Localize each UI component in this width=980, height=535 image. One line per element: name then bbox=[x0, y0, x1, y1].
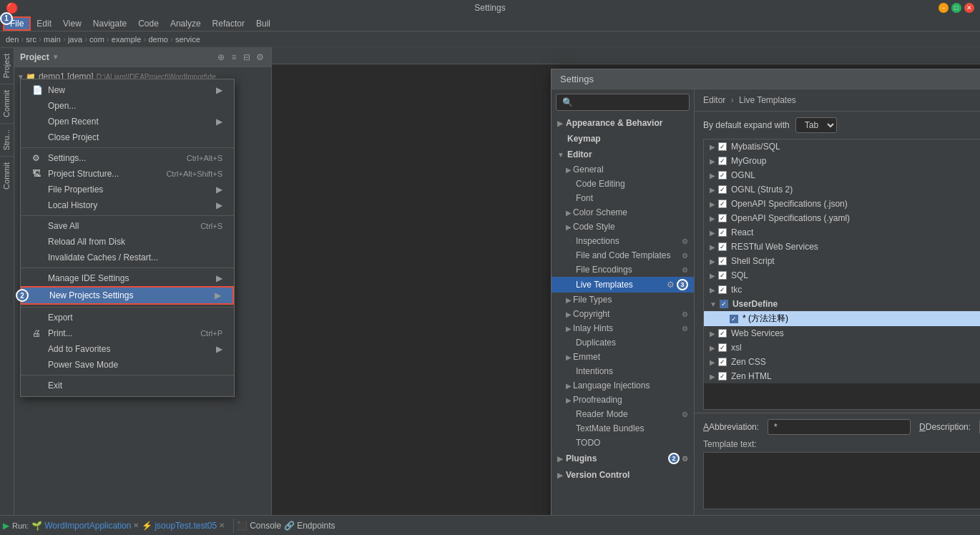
menu-item-exit[interactable]: Exit bbox=[21, 378, 234, 393]
menu-code[interactable]: Code bbox=[132, 17, 165, 30]
nav-plugins-header[interactable]: ▶ Plugins 2 ⚙ bbox=[552, 450, 694, 467]
zen-css-checkbox[interactable] bbox=[718, 358, 727, 366]
menu-refactor[interactable]: Refactor bbox=[207, 17, 250, 30]
nav-reader-mode[interactable]: Reader Mode ⚙ bbox=[552, 407, 694, 421]
vtab-commit2[interactable]: Commit bbox=[0, 156, 14, 195]
menu-item-invalidate[interactable]: Invalidate Caches / Restart... bbox=[21, 250, 234, 265]
menu-item-manage-ide[interactable]: Manage IDE Settings ▶ bbox=[21, 270, 234, 286]
menu-analyze[interactable]: Analyze bbox=[165, 17, 207, 30]
tg-ognl[interactable]: ▶ OGNL bbox=[704, 168, 980, 182]
abbreviation-input[interactable] bbox=[768, 419, 911, 435]
console-tab[interactable]: ⬛ Console bbox=[237, 521, 281, 531]
menu-item-project-structure[interactable]: 🏗 Project Structure... Ctrl+Alt+Shift+S bbox=[21, 166, 234, 182]
menu-item-save-all[interactable]: Save All Ctrl+S bbox=[21, 218, 234, 234]
nav-textmate[interactable]: TextMate Bundles bbox=[552, 421, 694, 436]
panel-filter-btn[interactable]: ⊟ bbox=[241, 51, 253, 63]
tg-tkc[interactable]: ▶ tkc bbox=[704, 283, 980, 297]
expand-with-select[interactable]: Tab bbox=[795, 117, 837, 133]
menu-edit[interactable]: Edit bbox=[31, 17, 57, 30]
menu-view[interactable]: View bbox=[57, 17, 87, 30]
tg-openapi-json[interactable]: ▶ OpenAPI Specifications (.json) bbox=[704, 197, 980, 211]
shell-checkbox[interactable] bbox=[718, 257, 727, 265]
minimize-button[interactable]: − bbox=[939, 3, 949, 13]
panel-settings-btn[interactable]: ⚙ bbox=[254, 51, 265, 63]
tg-xsl[interactable]: ▶ xsl bbox=[704, 340, 980, 355]
panel-dropdown-icon[interactable]: ▼ bbox=[52, 53, 59, 61]
menu-item-new-projects[interactable]: New Projects Settings ▶ 2 bbox=[21, 286, 234, 305]
menu-item-reload[interactable]: Reload All from Disk bbox=[21, 234, 234, 250]
close-window-button[interactable]: ✕ bbox=[964, 3, 974, 13]
mybatis-checkbox[interactable] bbox=[718, 142, 727, 151]
vtab-project[interactable]: Project bbox=[0, 47, 14, 84]
nav-emmet[interactable]: ▶ Emmet bbox=[552, 350, 694, 364]
nav-font[interactable]: Font bbox=[552, 191, 694, 205]
nav-live-templates[interactable]: Live Templates ⚙ 3 bbox=[552, 277, 694, 293]
endpoints-tab[interactable]: 🔗 Endpoints bbox=[284, 521, 335, 531]
run-app-close-icon[interactable]: ✕ bbox=[133, 521, 139, 529]
nav-code-editing[interactable]: Code Editing bbox=[552, 177, 694, 191]
nav-file-code-templates[interactable]: File and Code Templates ⚙ bbox=[552, 248, 694, 262]
ognl-struts-checkbox[interactable] bbox=[718, 185, 727, 194]
tg-ognl-struts[interactable]: ▶ OGNL (Struts 2) bbox=[704, 182, 980, 197]
tg-restful[interactable]: ▶ RESTful Web Services bbox=[704, 240, 980, 254]
nav-lang-injections[interactable]: ▶ Language Injections bbox=[552, 378, 694, 393]
sql-checkbox[interactable] bbox=[718, 271, 727, 280]
menu-item-recent[interactable]: Open Recent ▶ bbox=[21, 114, 234, 129]
menu-item-settings[interactable]: ⚙ Settings... Ctrl+Alt+S bbox=[21, 150, 234, 166]
run-app-tab[interactable]: 🌱 WordImportApplication ✕ bbox=[31, 521, 139, 531]
ws-checkbox[interactable] bbox=[718, 329, 727, 338]
menu-build[interactable]: Buil bbox=[250, 17, 276, 30]
tg-zen-html[interactable]: ▶ Zen HTML bbox=[704, 369, 980, 383]
panel-sort-btn[interactable]: ≡ bbox=[228, 51, 240, 63]
settings-search-input[interactable] bbox=[556, 94, 690, 111]
openapi-yaml-checkbox[interactable] bbox=[718, 214, 727, 222]
panel-add-btn[interactable]: ⊕ bbox=[215, 51, 227, 63]
tg-userdefine[interactable]: ▼ UserDefine bbox=[704, 297, 980, 311]
nav-editor-header[interactable]: ▼ Editor bbox=[552, 147, 694, 162]
menu-item-print[interactable]: 🖨 Print... Ctrl+P bbox=[21, 325, 234, 341]
tg-sql[interactable]: ▶ SQL bbox=[704, 268, 980, 283]
tg-mybatis[interactable]: ▶ Mybatis/SQL bbox=[704, 139, 980, 154]
nav-vc-header[interactable]: ▶ Version Control bbox=[552, 467, 694, 483]
ognl-checkbox[interactable] bbox=[718, 171, 727, 180]
template-text-textarea[interactable] bbox=[703, 452, 980, 509]
menu-navigate[interactable]: Navigate bbox=[87, 17, 132, 30]
vtab-commit[interactable]: Commit bbox=[0, 84, 14, 123]
menu-item-power-save[interactable]: Power Save Mode bbox=[21, 357, 234, 373]
tkc-checkbox[interactable] bbox=[718, 285, 727, 294]
mygroup-checkbox[interactable] bbox=[718, 157, 727, 165]
nav-file-encodings[interactable]: File Encodings ⚙ bbox=[552, 262, 694, 277]
menu-item-local-history[interactable]: Local History ▶ bbox=[21, 197, 234, 213]
tg-openapi-yaml[interactable]: ▶ OpenAPI Specifications (.yaml) bbox=[704, 211, 980, 225]
nav-proofreading[interactable]: ▶ Proofreading bbox=[552, 393, 694, 407]
nav-code-style[interactable]: ▶ Code Style bbox=[552, 220, 694, 234]
menu-item-favorites[interactable]: Add to Favorites ▶ bbox=[21, 341, 234, 357]
openapi-json-checkbox[interactable] bbox=[718, 200, 727, 208]
vtab-structure[interactable]: Stru... bbox=[0, 123, 14, 156]
nav-copyright[interactable]: ▶ Copyright ⚙ bbox=[552, 307, 694, 321]
nav-inspections[interactable]: Inspections ⚙ bbox=[552, 234, 694, 248]
zen-html-checkbox[interactable] bbox=[718, 372, 727, 381]
tg-shell[interactable]: ▶ Shell Script bbox=[704, 254, 980, 268]
run-test-tab[interactable]: ⚡ jsoupTest.test05 ✕ bbox=[142, 521, 225, 531]
userdefine-checkbox[interactable] bbox=[720, 300, 728, 308]
tg-web-services[interactable]: ▶ Web Services bbox=[704, 326, 980, 340]
nav-color-scheme[interactable]: ▶ Color Scheme bbox=[552, 205, 694, 220]
tg-zen-css[interactable]: ▶ Zen CSS bbox=[704, 355, 980, 369]
star-checkbox[interactable] bbox=[730, 315, 738, 323]
menu-item-new[interactable]: 📄 New ▶ bbox=[21, 82, 234, 98]
nav-general[interactable]: ▶ General bbox=[552, 162, 694, 177]
react-checkbox[interactable] bbox=[718, 228, 727, 237]
xsl-checkbox[interactable] bbox=[718, 343, 727, 352]
maximize-button[interactable]: □ bbox=[951, 3, 961, 13]
menu-item-close-project[interactable]: Close Project bbox=[21, 129, 234, 145]
nav-keymap-header[interactable]: Keymap bbox=[552, 131, 694, 147]
tg-mygroup[interactable]: ▶ MyGroup bbox=[704, 154, 980, 168]
restful-checkbox[interactable] bbox=[718, 242, 727, 251]
nav-duplicates[interactable]: Duplicates bbox=[552, 335, 694, 350]
nav-intentions[interactable]: Intentions bbox=[552, 364, 694, 378]
nav-appearance-header[interactable]: ▶ Appearance & Behavior bbox=[552, 115, 694, 131]
nav-inlay-hints[interactable]: ▶ Inlay Hints ⚙ bbox=[552, 321, 694, 335]
nav-file-types[interactable]: ▶ File Types bbox=[552, 293, 694, 307]
run-test-close-icon[interactable]: ✕ bbox=[219, 521, 225, 529]
